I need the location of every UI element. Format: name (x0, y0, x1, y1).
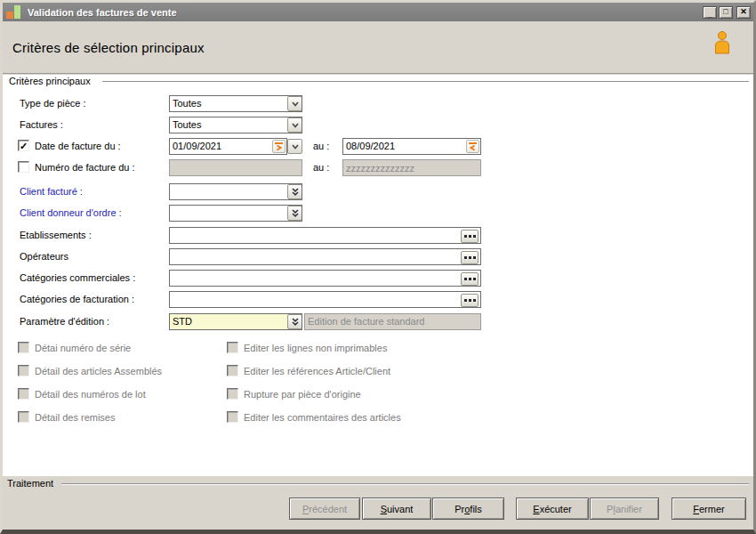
date-au-label: au : (313, 141, 329, 151)
client-facture-label: Client facturé : (20, 186, 83, 197)
etablissements-browse-button[interactable] (461, 230, 479, 243)
editer-references-article-client-label: Editer les références Article/Client (244, 366, 390, 376)
factures-label: Factures : (20, 119, 63, 130)
date-to-field[interactable]: 08/09/2021 (342, 138, 481, 155)
double-chevron-down-icon (290, 208, 301, 219)
header-band: Critères de sélection principaux (3, 21, 753, 74)
traitement-group-line (61, 483, 749, 484)
type-piece-label: Type de pièce : (20, 98, 86, 109)
precedent-button[interactable]: Précédent (289, 498, 360, 520)
maximize-icon: □ (723, 8, 728, 16)
criteria-group-line (102, 81, 749, 82)
numero-to-field[interactable] (342, 159, 481, 176)
chevron-down-icon (290, 100, 301, 109)
traitement-panel: Traitement Précédent Suivant Profils Exé… (3, 476, 753, 530)
operateurs-browse-button[interactable] (461, 251, 479, 264)
ellipsis-icon (464, 278, 467, 280)
date-to-fill-button[interactable] (466, 140, 479, 153)
categories-facturation-browse-button[interactable] (461, 294, 479, 307)
categories-commerciales-label: Catégories commerciales : (20, 272, 135, 283)
planifier-button[interactable]: Planifier (590, 498, 659, 520)
parametre-edition-value: STD (173, 316, 192, 327)
detail-numeros-lot-label: Détail des numéros de lot (35, 389, 146, 400)
detail-numeros-lot-checkbox (18, 388, 29, 400)
app-icon (5, 4, 24, 20)
editer-references-article-client-checkbox (227, 365, 238, 376)
date-facture-checkbox[interactable]: ✓ (18, 140, 29, 151)
numero-from-field[interactable] (169, 159, 302, 176)
chevron-down-icon (290, 142, 301, 151)
type-piece-combobox[interactable]: Toutes (169, 95, 302, 112)
page-title: Critères de sélection principaux (12, 40, 205, 55)
editer-commentaires-articles-label: Editer les commentaires des articles (244, 412, 401, 423)
type-piece-value: Toutes (173, 98, 201, 109)
criteria-panel: Critères principaux Type de pièce : Tout… (3, 75, 753, 476)
date-from-value: 01/09/2021 (173, 141, 221, 151)
operateurs-label: Opérateurs (20, 251, 68, 262)
parametre-edition-expand-button[interactable] (287, 314, 302, 329)
factures-dropdown-button[interactable] (287, 117, 302, 133)
user-icon (712, 30, 732, 55)
numero-facture-checkbox[interactable] (18, 161, 29, 173)
fermer-button[interactable]: Fermer (672, 498, 746, 520)
criteria-group-label: Critères principaux (9, 76, 91, 86)
editer-commentaires-articles-checkbox (227, 411, 238, 423)
detail-articles-assembles-label: Détail des articles Assemblés (35, 366, 162, 376)
detail-remises-checkbox (18, 411, 29, 423)
minimize-button[interactable]: _ (703, 6, 717, 19)
editer-lignes-non-imprimables-label: Editer les lignes non imprimables (244, 343, 387, 353)
chevron-down-icon (290, 121, 301, 130)
categories-facturation-label: Catégories de facturation : (20, 294, 134, 304)
date-from-calendar-button[interactable] (287, 139, 302, 154)
check-icon: ✓ (20, 141, 28, 151)
date-to-value: 08/09/2021 (346, 141, 395, 151)
parametre-edition-combobox[interactable]: STD (169, 313, 302, 330)
client-donneur-expand-button[interactable] (287, 206, 302, 221)
minimize-icon: _ (707, 11, 712, 19)
detail-articles-assembles-checkbox (18, 365, 29, 376)
detail-numero-serie-label: Détai numéro de série (35, 343, 131, 353)
double-chevron-down-icon (290, 317, 301, 328)
window-title: Validation des factures de vente (28, 7, 703, 18)
parametre-edition-label: Paramètre d'édition : (20, 316, 109, 327)
double-chevron-down-icon (290, 187, 301, 198)
titlebar[interactable]: Validation des factures de vente _ □ ✕ (3, 3, 753, 21)
dialog-window: Validation des factures de vente _ □ ✕ C… (0, 0, 756, 534)
detail-numero-serie-checkbox (18, 342, 29, 353)
date-from-field[interactable]: 01/09/2021 (169, 138, 287, 155)
profils-button[interactable]: Profils (432, 498, 504, 520)
factures-combobox[interactable]: Toutes (169, 117, 302, 134)
suivant-button[interactable]: Suivant (362, 498, 431, 520)
parametre-edition-description: Edition de facture standard (304, 313, 481, 330)
ellipsis-icon (464, 299, 467, 302)
close-icon: ✕ (740, 8, 747, 16)
factures-value: Toutes (173, 119, 201, 130)
client-donneur-label: Client donneur d'ordre : (20, 207, 122, 218)
maximize-button[interactable]: □ (719, 6, 733, 19)
numero-au-label: au : (313, 162, 329, 173)
client-facture-expand-button[interactable] (287, 184, 302, 199)
ellipsis-icon (464, 256, 467, 259)
date-from-fill-button[interactable] (272, 140, 286, 153)
type-piece-dropdown-button[interactable] (287, 96, 302, 111)
date-facture-label: Date de facture du : (35, 141, 121, 151)
categories-commerciales-field[interactable] (169, 270, 481, 287)
rupture-piece-origine-checkbox (227, 388, 238, 400)
etablissements-label: Etablissements : (20, 230, 92, 240)
executer-button[interactable]: Exécuter (516, 498, 589, 520)
traitement-group-label: Traitement (7, 478, 53, 489)
categories-commerciales-browse-button[interactable] (461, 272, 479, 286)
editer-lignes-non-imprimables-checkbox (227, 342, 238, 353)
client-facture-combobox[interactable] (169, 183, 302, 200)
client-donneur-combobox[interactable] (169, 205, 302, 222)
detail-remises-label: Détail des remises (35, 412, 115, 423)
numero-facture-label: Numéro de facture du : (35, 162, 135, 173)
categories-facturation-field[interactable] (169, 291, 481, 308)
close-button[interactable]: ✕ (736, 6, 751, 19)
date-arrow-left-icon (468, 142, 478, 151)
etablissements-field[interactable] (169, 227, 481, 244)
rupture-piece-origine-label: Rupture par pièce d'origine (244, 389, 361, 400)
date-arrow-right-icon (274, 142, 284, 151)
ellipsis-icon (464, 235, 467, 238)
operateurs-field[interactable] (169, 248, 481, 265)
